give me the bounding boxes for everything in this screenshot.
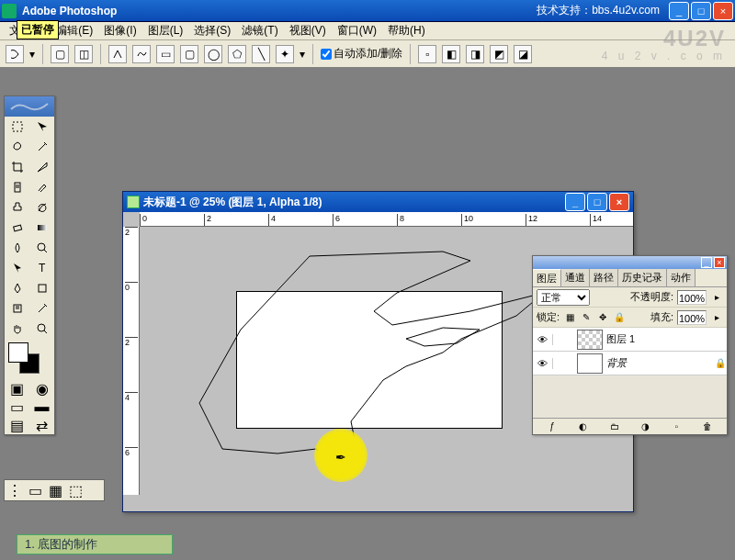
pen-shape-icon[interactable] bbox=[108, 45, 127, 63]
zoom-tool-icon[interactable] bbox=[29, 319, 54, 339]
menu-help[interactable]: 帮助(H) bbox=[382, 21, 431, 40]
ellipse-shape-icon[interactable]: ◯ bbox=[204, 45, 222, 63]
eyedropper-tool-icon[interactable] bbox=[29, 298, 54, 319]
history-brush-tool-icon[interactable] bbox=[29, 197, 54, 218]
layer-row-layer1[interactable]: 👁 图层 1 bbox=[533, 328, 727, 352]
visibility-icon[interactable]: 👁 bbox=[533, 358, 553, 369]
lock-paint-icon[interactable]: ✎ bbox=[580, 311, 593, 324]
dodge-tool-icon[interactable] bbox=[29, 238, 54, 258]
marquee-tool-icon[interactable] bbox=[5, 117, 29, 137]
minimize-button[interactable]: _ bbox=[669, 2, 689, 20]
screen-full-icon[interactable]: ▬ bbox=[29, 398, 54, 416]
toolbox-header[interactable] bbox=[5, 96, 54, 117]
auto-add-delete-checkbox[interactable]: 自动添加/删除 bbox=[321, 46, 402, 62]
dropdown-icon[interactable]: ▾ bbox=[29, 48, 35, 61]
ruler-horizontal[interactable]: 0 2 4 6 8 10 12 14 bbox=[140, 212, 633, 227]
menu-image[interactable]: 图像(I) bbox=[98, 21, 141, 40]
lasso-tool-icon[interactable] bbox=[5, 137, 29, 157]
blur-tool-icon[interactable] bbox=[5, 238, 29, 258]
auto-add-delete-input[interactable] bbox=[321, 49, 332, 60]
brush-tool-icon[interactable] bbox=[29, 177, 54, 197]
fg-color-swatch[interactable] bbox=[8, 342, 28, 363]
stamp-tool-icon[interactable] bbox=[5, 197, 29, 218]
subtool-grip-icon[interactable]: ⋮ bbox=[5, 480, 25, 500]
path-select-tool-icon[interactable] bbox=[5, 258, 29, 278]
fill-stepper-icon[interactable]: ▸ bbox=[710, 311, 723, 324]
close-button[interactable]: × bbox=[713, 2, 733, 20]
adjustment-button-icon[interactable]: ◑ bbox=[638, 420, 652, 433]
panel-header[interactable]: _ × bbox=[533, 256, 727, 269]
move-tool-icon[interactable] bbox=[29, 117, 54, 137]
tool-preset-icon[interactable] bbox=[6, 45, 24, 63]
rect-shape-icon[interactable]: ▭ bbox=[156, 45, 175, 63]
lock-transparency-icon[interactable]: ▦ bbox=[563, 311, 576, 324]
screen-full-menubar-icon[interactable]: ▤ bbox=[5, 416, 29, 434]
layers-panel[interactable]: _ × 图层 通道 路径 历史记录 动作 正常 不透明度: 100% ▸ 锁定:… bbox=[532, 255, 728, 435]
titlebar[interactable]: Adobe Photoshop 技术支持：bbs.4u2v.com _ □ × bbox=[0, 0, 735, 22]
gradient-tool-icon[interactable] bbox=[29, 218, 54, 238]
tab-layers[interactable]: 图层 bbox=[533, 269, 561, 286]
toolbox[interactable]: T ▣ ◉ ▭ ▬ ▤ ⇄ bbox=[4, 95, 55, 435]
blend-mode-select[interactable]: 正常 bbox=[537, 289, 590, 306]
menu-layer[interactable]: 图层(L) bbox=[142, 21, 189, 40]
doc-close-button[interactable]: × bbox=[609, 193, 629, 211]
pathop-new-icon[interactable]: ▫ bbox=[418, 45, 436, 63]
standard-mode-icon[interactable]: ▣ bbox=[5, 379, 29, 398]
tab-channels[interactable]: 通道 bbox=[561, 269, 590, 286]
shape-tool-icon[interactable] bbox=[29, 278, 54, 298]
freeform-pen-icon[interactable] bbox=[132, 45, 151, 63]
visibility-icon[interactable]: 👁 bbox=[533, 334, 553, 345]
bbox-icon[interactable]: ▢ bbox=[51, 45, 69, 63]
shape-dropdown-icon[interactable]: ▾ bbox=[300, 48, 305, 61]
document-titlebar[interactable]: 未标题-1 @ 25% (图层 1, Alpha 1/8) _ □ × bbox=[123, 192, 633, 212]
slice-tool-icon[interactable] bbox=[29, 157, 54, 177]
new-layer-button-icon[interactable]: ▫ bbox=[669, 420, 684, 433]
pen-tool-icon[interactable] bbox=[5, 278, 29, 298]
subtool-strip[interactable]: ⋮ ▭ ▦ ⬚ bbox=[4, 479, 105, 501]
layer-thumb[interactable] bbox=[577, 330, 603, 350]
doc-maximize-button[interactable]: □ bbox=[587, 193, 607, 211]
menu-view[interactable]: 视图(V) bbox=[284, 21, 332, 40]
opacity-value[interactable]: 100% bbox=[677, 290, 707, 305]
custom-shape-icon[interactable]: ✦ bbox=[276, 45, 294, 63]
subtool-a-icon[interactable]: ▭ bbox=[25, 480, 45, 500]
maximize-button[interactable]: □ bbox=[691, 2, 711, 20]
color-swatches[interactable] bbox=[8, 342, 51, 375]
menu-select[interactable]: 选择(S) bbox=[188, 21, 236, 40]
line-shape-icon[interactable]: ╲ bbox=[252, 45, 270, 63]
heal-tool-icon[interactable] bbox=[5, 177, 29, 197]
layer-name[interactable]: 图层 1 bbox=[606, 332, 727, 346]
jump-imageready-icon[interactable]: ⇄ bbox=[29, 416, 54, 434]
polygon-shape-icon[interactable]: ⬠ bbox=[228, 45, 246, 63]
eraser-tool-icon[interactable] bbox=[5, 218, 29, 238]
subtool-b-icon[interactable]: ▦ bbox=[45, 480, 65, 500]
panel-close-button[interactable]: × bbox=[714, 257, 725, 268]
crop-tool-icon[interactable] bbox=[5, 157, 29, 177]
layer-row-bg[interactable]: 👁 背景 🔒 bbox=[533, 352, 727, 375]
notes-tool-icon[interactable] bbox=[5, 298, 29, 319]
set-button-icon[interactable]: 🗀 bbox=[607, 420, 622, 433]
fx-button-icon[interactable]: ƒ bbox=[545, 420, 560, 433]
fill-value[interactable]: 100% bbox=[677, 310, 707, 325]
lock-all-icon[interactable]: 🔒 bbox=[613, 311, 626, 324]
tab-actions[interactable]: 动作 bbox=[667, 269, 695, 286]
subtool-c-icon[interactable]: ⬚ bbox=[65, 480, 85, 500]
pathop-subtract-icon[interactable]: ◨ bbox=[466, 45, 484, 63]
layer-name[interactable]: 背景 bbox=[606, 356, 714, 370]
ruler-vertical[interactable]: 2 0 2 4 6 bbox=[123, 227, 140, 495]
type-tool-icon[interactable]: T bbox=[29, 258, 54, 278]
menu-window[interactable]: 窗口(W) bbox=[332, 21, 382, 40]
pathop-exclude-icon[interactable]: ◪ bbox=[514, 45, 532, 63]
transform-icon[interactable]: ◫ bbox=[74, 45, 93, 63]
opacity-stepper-icon[interactable]: ▸ bbox=[710, 291, 723, 304]
delete-layer-button-icon[interactable]: 🗑 bbox=[700, 420, 715, 433]
tab-paths[interactable]: 路径 bbox=[590, 269, 618, 286]
doc-minimize-button[interactable]: _ bbox=[565, 193, 585, 211]
panel-minimize-button[interactable]: _ bbox=[701, 257, 712, 268]
pathop-add-icon[interactable]: ◧ bbox=[442, 45, 460, 63]
wand-tool-icon[interactable] bbox=[29, 137, 54, 157]
mask-button-icon[interactable]: ◐ bbox=[576, 420, 591, 433]
roundrect-shape-icon[interactable]: ▢ bbox=[180, 45, 198, 63]
menu-filter[interactable]: 滤镜(T) bbox=[236, 21, 283, 40]
layer-thumb[interactable] bbox=[577, 353, 603, 374]
